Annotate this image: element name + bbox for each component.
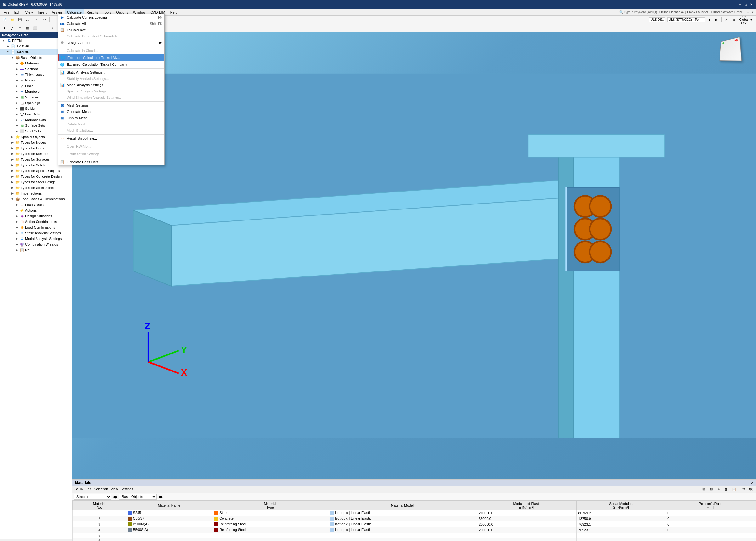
display-mesh-icon: ⊞ bbox=[60, 116, 65, 121]
open-rwind-icon bbox=[60, 144, 65, 149]
dd-result-smoothing[interactable]: 〰 Result Smoothing... bbox=[58, 135, 164, 142]
dd-generate-mesh-label: Generate Mesh bbox=[67, 110, 91, 114]
delete-mesh-icon bbox=[60, 122, 65, 127]
dd-mesh-stats-label: Mesh Statistics... bbox=[67, 129, 93, 133]
dd-stability-label: Stability Analysis Settings... bbox=[67, 77, 109, 81]
dd-mesh-settings-label: Mesh Settings... bbox=[67, 104, 92, 107]
dd-generate-parts[interactable]: 📋 Generate Parts Lists bbox=[58, 159, 164, 165]
dd-sep-3 bbox=[58, 101, 164, 102]
dd-sep-6 bbox=[58, 150, 164, 150]
dd-shortcut-shift-f5: Shift+F5 bbox=[150, 22, 162, 25]
dd-display-mesh[interactable]: ⊞ Display Mesh bbox=[58, 115, 164, 121]
extranet-my-icon: 🌐 bbox=[60, 55, 65, 60]
dd-wind-label: Wind Simulation Analysis Settings... bbox=[67, 96, 122, 99]
result-smoothing-icon: 〰 bbox=[60, 136, 65, 141]
dd-optimization: Optimization Settings... bbox=[58, 151, 164, 157]
dd-calculate-all-label: Calculate All bbox=[67, 22, 86, 25]
dd-calculate-current-label: Calculate Current Loading bbox=[67, 15, 107, 19]
generate-mesh-icon: ⊞ bbox=[60, 109, 65, 114]
dd-display-mesh-label: Display Mesh bbox=[67, 116, 87, 120]
dd-generate-parts-label: Generate Parts Lists bbox=[67, 160, 98, 164]
to-calculate-icon: 📋 bbox=[60, 27, 65, 32]
dd-delete-mesh: Delete Mesh bbox=[58, 121, 164, 127]
generate-parts-icon: 📋 bbox=[60, 160, 65, 165]
modal-icon: 📊 bbox=[60, 82, 65, 87]
dd-optimization-label: Optimization Settings... bbox=[67, 152, 102, 156]
dd-extranet-company[interactable]: 🌐 Extranet | Calculation Tasks | Company… bbox=[58, 61, 164, 68]
dd-static-settings-label: Static Analysis Settings... bbox=[67, 70, 105, 74]
dd-design-addons[interactable]: ⚙ Design Add-ons ▶ bbox=[58, 39, 164, 46]
wind-icon bbox=[60, 95, 65, 100]
calculate-all-icon: ▶▶ bbox=[60, 21, 65, 26]
mesh-settings-icon: ⊞ bbox=[60, 103, 65, 108]
calc-cloud-icon bbox=[60, 48, 65, 53]
dd-extranet-my-label: Extranet | Calculation Tasks | My... bbox=[67, 56, 120, 59]
dd-sep-7 bbox=[58, 158, 164, 158]
dd-to-calculate[interactable]: 📋 To Calculate... bbox=[58, 27, 164, 33]
dd-spectral-label: Spectral Analysis Settings... bbox=[67, 89, 110, 93]
dd-open-rwind: Open RWIND... bbox=[58, 143, 164, 149]
dd-spectral-settings: Spectral Analysis Settings... bbox=[58, 88, 164, 94]
optimization-icon bbox=[60, 152, 65, 157]
dd-dependent-submodels: Calculate Dependent Submodels bbox=[58, 33, 164, 39]
dd-calc-cloud: Calculate in Cloud... bbox=[58, 48, 164, 54]
dd-design-addons-label: Design Add-ons bbox=[67, 41, 91, 45]
dd-extranet-company-label: Extranet | Calculation Tasks | Company..… bbox=[67, 63, 130, 66]
static-settings-icon: 📊 bbox=[60, 70, 65, 75]
dd-dependent-label: Calculate Dependent Submodels bbox=[67, 34, 117, 38]
dd-shortcut-f5: F5 bbox=[158, 16, 162, 19]
dd-mesh-stats: Mesh Statistics... bbox=[58, 127, 164, 134]
spectral-icon bbox=[60, 89, 65, 94]
dd-modal-label: Modal Analysis Settings... bbox=[67, 83, 106, 87]
dd-extranet-my[interactable]: 🌐 Extranet | Calculation Tasks | My... bbox=[58, 54, 164, 61]
dd-calculate-all[interactable]: ▶▶ Calculate All Shift+F5 bbox=[58, 20, 164, 27]
dependent-icon bbox=[60, 34, 65, 39]
dd-calculate-current[interactable]: ▶ Calculate Current Loading F5 bbox=[58, 14, 164, 20]
extranet-company-icon: 🌐 bbox=[60, 62, 65, 67]
dd-open-rwind-label: Open RWIND... bbox=[67, 144, 91, 148]
dd-sep-2 bbox=[58, 68, 164, 69]
dd-static-settings[interactable]: 📊 Static Analysis Settings... bbox=[58, 69, 164, 76]
dd-addons-arrow: ▶ bbox=[159, 41, 162, 45]
design-addons-icon: ⚙ bbox=[60, 40, 65, 45]
dd-to-calculate-label: To Calculate... bbox=[67, 28, 89, 32]
dd-sep-1 bbox=[58, 47, 164, 47]
dd-stability-settings: Stability Analysis Settings... bbox=[58, 76, 164, 82]
dd-wind-settings: Wind Simulation Analysis Settings... bbox=[58, 94, 164, 101]
dd-mesh-settings[interactable]: ⊞ Mesh Settings... bbox=[58, 102, 164, 109]
calculate-current-icon: ▶ bbox=[60, 15, 65, 20]
dd-result-smoothing-label: Result Smoothing... bbox=[67, 137, 97, 140]
dd-modal-settings[interactable]: 📊 Modal Analysis Settings... bbox=[58, 82, 164, 88]
dd-delete-mesh-label: Delete Mesh bbox=[67, 122, 86, 126]
dropdown-menu: ▶ Calculate Current Loading F5 ▶▶ Calcul… bbox=[58, 14, 165, 166]
stability-icon bbox=[60, 76, 65, 81]
dd-sep-5 bbox=[58, 142, 164, 143]
dd-generate-mesh[interactable]: ⊞ Generate Mesh bbox=[58, 109, 164, 115]
dd-sep-4 bbox=[58, 134, 164, 135]
dd-calc-cloud-label: Calculate in Cloud... bbox=[67, 49, 98, 53]
mesh-stats-icon bbox=[60, 128, 65, 133]
